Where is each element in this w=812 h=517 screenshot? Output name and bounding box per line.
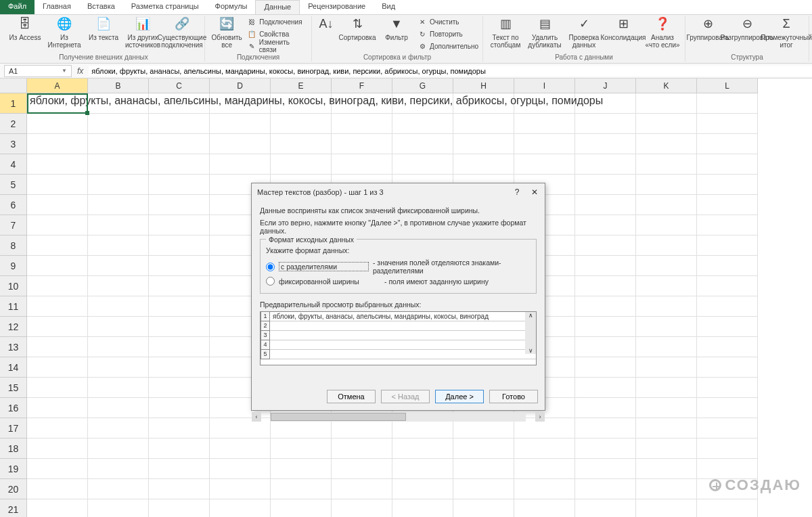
cell-B11[interactable] xyxy=(88,296,149,317)
cell-J12[interactable] xyxy=(575,317,636,337)
cell-K4[interactable] xyxy=(636,154,697,175)
cell-K10[interactable] xyxy=(636,276,697,296)
cell-C2[interactable] xyxy=(149,114,210,134)
column-header-A[interactable]: A xyxy=(27,78,88,93)
cell-J8[interactable] xyxy=(575,235,636,256)
dialog-close-icon[interactable]: ✕ xyxy=(530,187,539,197)
cell-B16[interactable] xyxy=(88,398,149,418)
row-header-17[interactable]: 17 xyxy=(0,418,27,439)
name-box[interactable]: A1 ▼ xyxy=(4,65,72,77)
cell-J14[interactable] xyxy=(575,357,636,378)
cell-C11[interactable] xyxy=(149,296,210,317)
btn-remove-dupes[interactable]: ▤Удалить дубликаты xyxy=(526,16,563,49)
btn-advanced[interactable]: ⚙Дополнительно xyxy=(418,41,478,51)
cell-A3[interactable] xyxy=(27,134,88,154)
scroll-left-icon[interactable]: ‹ xyxy=(252,412,261,422)
cell-C7[interactable] xyxy=(149,215,210,235)
tab-data[interactable]: Данные xyxy=(255,0,300,14)
cell-J18[interactable] xyxy=(575,439,636,459)
cell-K15[interactable] xyxy=(636,378,697,398)
cell-L6[interactable] xyxy=(697,195,758,215)
cell-B21[interactable] xyxy=(88,499,149,517)
cell-L21[interactable] xyxy=(697,499,758,517)
row-header-12[interactable]: 12 xyxy=(0,317,27,337)
row-header-3[interactable]: 3 xyxy=(0,134,27,154)
cell-F21[interactable] xyxy=(332,499,392,517)
cell-L4[interactable] xyxy=(697,154,758,175)
cell-H20[interactable] xyxy=(453,479,514,499)
cell-C20[interactable] xyxy=(149,479,210,499)
cell-H3[interactable] xyxy=(453,134,514,154)
btn-reapply[interactable]: ↻Повторить xyxy=(418,28,478,39)
row-header-15[interactable]: 15 xyxy=(0,378,27,398)
cell-B4[interactable] xyxy=(88,154,149,175)
cell-H19[interactable] xyxy=(453,459,514,479)
btn-from-web[interactable]: 🌐Из Интернета xyxy=(46,16,83,49)
row-header-11[interactable]: 11 xyxy=(0,296,27,317)
cell-K19[interactable] xyxy=(636,459,697,479)
cell-E21[interactable] xyxy=(271,499,332,517)
preview-scrollbar-horizontal[interactable]: ‹ › xyxy=(252,411,545,422)
cell-A15[interactable] xyxy=(27,378,88,398)
cell-G4[interactable] xyxy=(392,154,453,175)
cell-B5[interactable] xyxy=(88,175,149,195)
cell-L18[interactable] xyxy=(697,439,758,459)
tab-insert[interactable]: Вставка xyxy=(79,0,123,14)
btn-refresh-all[interactable]: 🔄Обновить все xyxy=(209,16,244,49)
cell-F3[interactable] xyxy=(332,134,392,154)
cell-B17[interactable] xyxy=(88,418,149,439)
cell-L2[interactable] xyxy=(697,114,758,134)
cell-I21[interactable] xyxy=(514,499,575,517)
cell-I2[interactable] xyxy=(514,114,575,134)
cell-A5[interactable] xyxy=(27,175,88,195)
cell-K16[interactable] xyxy=(636,398,697,418)
cell-A12[interactable] xyxy=(27,317,88,337)
btn-sort[interactable]: ⇅Сортировка xyxy=(339,16,376,41)
cell-H18[interactable] xyxy=(453,439,514,459)
cell-C5[interactable] xyxy=(149,175,210,195)
cell-C12[interactable] xyxy=(149,317,210,337)
cell-F2[interactable] xyxy=(332,114,392,134)
cell-K13[interactable] xyxy=(636,337,697,357)
btn-filter[interactable]: ▼Фильтр xyxy=(378,16,415,41)
row-header-1[interactable]: 1 xyxy=(0,93,27,114)
cell-L5[interactable] xyxy=(697,175,758,195)
cell-E18[interactable] xyxy=(271,439,332,459)
radio-fixed[interactable] xyxy=(266,277,275,286)
cell-D21[interactable] xyxy=(210,499,271,517)
select-all-corner[interactable] xyxy=(0,78,27,93)
cell-B14[interactable] xyxy=(88,357,149,378)
cell-G18[interactable] xyxy=(392,439,453,459)
cell-J19[interactable] xyxy=(575,459,636,479)
row-header-13[interactable]: 13 xyxy=(0,337,27,357)
cell-C8[interactable] xyxy=(149,235,210,256)
cell-J15[interactable] xyxy=(575,378,636,398)
row-header-9[interactable]: 9 xyxy=(0,256,27,276)
btn-ungroup[interactable]: ⊖Разгруппировать xyxy=(729,16,765,41)
cell-A9[interactable] xyxy=(27,256,88,276)
cell-B10[interactable] xyxy=(88,276,149,296)
cell-L7[interactable] xyxy=(697,215,758,235)
cell-A7[interactable] xyxy=(27,215,88,235)
cell-K18[interactable] xyxy=(636,439,697,459)
cell-J2[interactable] xyxy=(575,114,636,134)
tab-file[interactable]: Файл xyxy=(0,0,35,14)
cell-K11[interactable] xyxy=(636,296,697,317)
cell-F4[interactable] xyxy=(332,154,392,175)
cell-B7[interactable] xyxy=(88,215,149,235)
tab-view[interactable]: Вид xyxy=(374,0,403,14)
cell-J13[interactable] xyxy=(575,337,636,357)
next-button[interactable]: Далее > xyxy=(435,390,484,403)
column-header-J[interactable]: J xyxy=(575,78,636,93)
cell-B3[interactable] xyxy=(88,134,149,154)
cell-K14[interactable] xyxy=(636,357,697,378)
cell-J4[interactable] xyxy=(575,154,636,175)
cell-E2[interactable] xyxy=(271,114,332,134)
radio-delimited[interactable] xyxy=(266,263,275,271)
tab-pagelayout[interactable]: Разметка страницы xyxy=(123,0,207,14)
btn-data-validation[interactable]: ✓Проверка данных xyxy=(566,16,602,49)
cell-L12[interactable] xyxy=(697,317,758,337)
cell-H21[interactable] xyxy=(453,499,514,517)
cell-J17[interactable] xyxy=(575,418,636,439)
btn-edit-links[interactable]: ✎Изменить связи xyxy=(247,41,307,51)
